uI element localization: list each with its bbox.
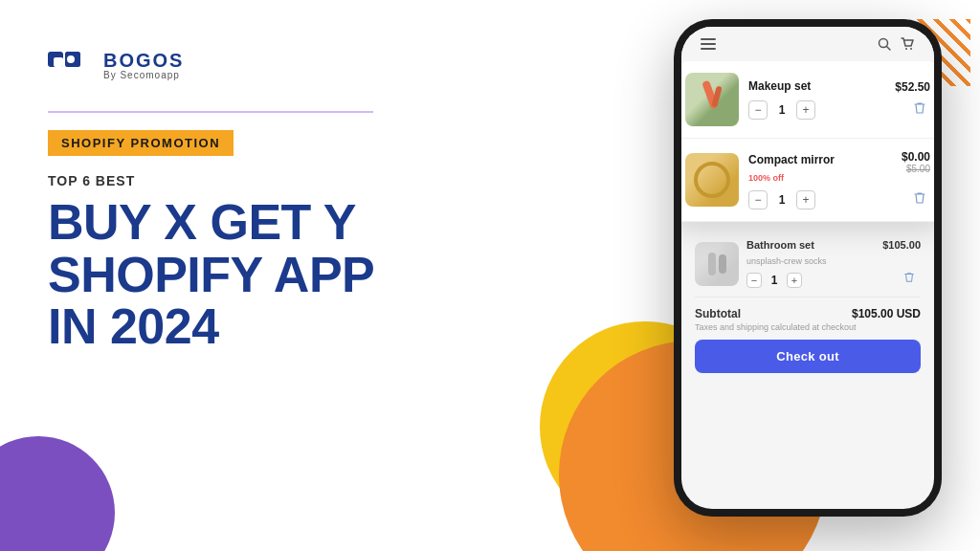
bathroom-price: $105.00 [882,239,921,251]
makeup-thumbnail [685,73,739,126]
bathroom-name: Bathroom set [746,239,814,251]
makeup-name: Makeup set [748,79,811,93]
svg-point-6 [905,48,907,50]
mirror-discount: 100% off [748,173,784,183]
svg-line-5 [887,47,891,51]
mirror-plus-btn[interactable]: + [796,190,815,209]
cart-icon [900,36,915,52]
makeup-plus-btn[interactable]: + [796,100,815,120]
makeup-controls: − 1 + [748,100,930,120]
svg-point-7 [910,48,912,50]
bathroom-info: Bathroom set $105.00 unsplash-crew socks… [746,239,921,289]
makeup-price: $52.50 [895,80,930,94]
bathroom-delete-btn[interactable] [903,272,921,289]
makeup-info: Makeup set $52.50 − 1 + [748,79,930,120]
bathroom-item: Bathroom set $105.00 unsplash-crew socks… [695,231,921,298]
svg-rect-1 [54,57,63,67]
decorative-circle-purple [0,436,115,551]
makeup-minus-btn[interactable]: − [748,100,768,120]
cart-item-2: Compact mirror 100% off $0.00 $5.00 [681,139,934,222]
cart-popup: Makeup set $52.50 − 1 + [681,61,934,222]
shopify-badge: SHOPIFY PROMOTION [48,130,234,156]
subtotal-value: $105.00 USD [852,307,921,320]
logo-area: BOGOS By Secomoapp [48,48,507,82]
logo-sub: By Secomoapp [103,70,184,80]
mirror-qty: 1 [775,193,789,207]
makeup-qty: 1 [775,103,789,117]
checkout-button[interactable]: Check out [695,340,921,373]
bathroom-thumbnail [695,242,739,286]
subtotal-row: Subtotal $105.00 USD [695,298,921,322]
logo-divider [48,111,373,113]
left-panel: BOGOS By Secomoapp SHOPIFY PROMOTION TOP… [48,48,507,353]
tax-note: Taxes and shipping calculated at checkou… [695,322,921,332]
bogos-logo-icon [48,48,94,82]
search-icon [877,36,892,52]
status-icons [877,36,915,52]
logo-text: BOGOS By Secomoapp [103,51,184,80]
phone-content: Makeup set $52.50 − 1 + [681,61,934,509]
subtitle: TOP 6 BEST [48,173,507,188]
mirror-minus-btn[interactable]: − [748,190,768,209]
mirror-price: $0.00 [902,150,930,164]
phone-screen: Makeup set $52.50 − 1 + [681,27,934,509]
mirror-controls: − 1 + [748,190,930,209]
mirror-name: Compact mirror [748,153,835,166]
phone-status-bar [681,27,934,61]
subtotal-label: Subtotal [695,307,741,320]
below-popup-content: Bathroom set $105.00 unsplash-crew socks… [681,222,934,383]
phone-frame: Makeup set $52.50 − 1 + [674,19,942,517]
cart-item-1: Makeup set $52.50 − 1 + [681,61,934,139]
bathroom-minus-btn[interactable]: − [746,273,762,288]
main-heading: BUY X GET Y SHOPIFY APP IN 2024 [48,196,507,353]
bathroom-controls: − 1 + [746,272,921,289]
bathroom-sub: unsplash-crew socks [746,256,827,266]
phone-container: Makeup set $52.50 − 1 + [645,19,942,536]
makeup-delete-btn[interactable] [913,101,930,119]
bathroom-qty: 1 [768,274,781,287]
hamburger-icon [701,38,716,50]
mirror-thumbnail [685,153,739,207]
logo-name: BOGOS [103,51,184,70]
mirror-old-price: $5.00 [902,164,930,174]
mirror-delete-btn[interactable] [913,191,930,209]
mirror-info: Compact mirror 100% off $0.00 $5.00 [748,150,930,209]
bathroom-plus-btn[interactable]: + [787,273,802,288]
